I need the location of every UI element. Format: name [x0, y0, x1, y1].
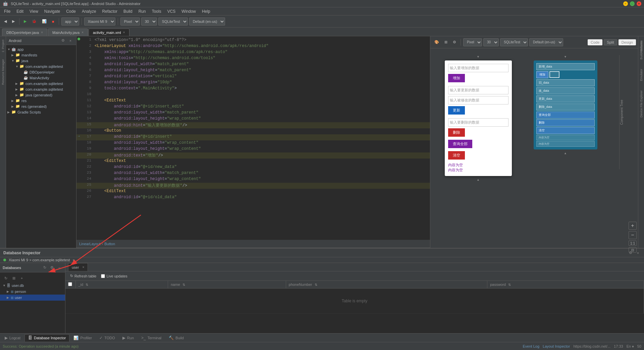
- menu-item-edit[interactable]: Edit: [14, 8, 26, 14]
- tab-database-inspector[interactable]: 🗄 Database Inspector: [24, 334, 69, 342]
- tab-todo[interactable]: ✓ TODO: [96, 334, 118, 342]
- pixel-dropdown[interactable]: Pixel: [120, 17, 140, 26]
- locale-preview-dropdown[interactable]: Default (en-us): [529, 38, 563, 46]
- db-refresh-btn[interactable]: ↻: [42, 265, 48, 271]
- breadcrumb-button[interactable]: Button: [104, 242, 115, 246]
- tree-item-pkg2[interactable]: ▶ 📁 com.example.sqlitetest: [6, 81, 76, 86]
- project-close-btn[interactable]: ×: [67, 38, 73, 44]
- view-options-btn[interactable]: ⚙: [451, 38, 458, 46]
- project-settings-btn[interactable]: ⚙: [60, 38, 66, 44]
- live-updates-checkbox[interactable]: [101, 274, 105, 278]
- menu-item-vcs[interactable]: VCS: [165, 8, 178, 14]
- tree-item-pkg1[interactable]: ▼ 📁 com.example.sqlitetest: [6, 63, 76, 69]
- tab-terminal[interactable]: >_ Terminal: [138, 334, 165, 342]
- db-tree-item-user[interactable]: ▶ ⊞ user: [0, 295, 65, 301]
- toolbar-forward-btn[interactable]: ▶: [10, 17, 17, 26]
- toolbar-debug-btn[interactable]: 🐞: [30, 17, 39, 26]
- tree-item-manifests[interactable]: ▶ 📁 manifests: [6, 52, 76, 58]
- sort-phone-icon[interactable]: ⇅: [315, 283, 317, 287]
- menu-item-run[interactable]: Run: [136, 8, 149, 14]
- zoom-reset-btn[interactable]: 1:1: [629, 240, 637, 246]
- event-log-link[interactable]: Event Log: [523, 344, 540, 348]
- build-variants-label[interactable]: Build Variants: [640, 41, 643, 59]
- col-header-password[interactable]: password ⇅: [487, 281, 644, 289]
- refresh-table-btn[interactable]: ↻ Refresh table: [68, 273, 98, 279]
- device-dropdown[interactable]: Xiaomi MI 9: [84, 17, 115, 26]
- db-tab-close[interactable]: ×: [82, 265, 84, 269]
- device-preview-dropdown[interactable]: Pixel: [463, 38, 482, 46]
- code-view-btn[interactable]: Code: [588, 39, 602, 45]
- sidebar-item-resource-manager[interactable]: Resource Manager: [1, 59, 5, 85]
- breadcrumb-linearlayout[interactable]: LinearLayout: [79, 242, 101, 246]
- menu-item-file[interactable]: File: [1, 8, 13, 14]
- col-header-id[interactable]: _id ⇅: [75, 281, 168, 289]
- maximize-button[interactable]: □: [630, 1, 635, 6]
- design-view-btn[interactable]: Design: [619, 39, 636, 45]
- tab-logcat[interactable]: ▶ Logcat: [1, 334, 24, 342]
- sort-id-icon[interactable]: ⇅: [86, 283, 88, 287]
- tab-dbopenhelper[interactable]: DBOpenHelper.java ×: [2, 29, 47, 36]
- tree-item-app[interactable]: ▼ 🤖 app: [6, 46, 76, 52]
- db-tree-item-person[interactable]: ▶ ⊞ person: [0, 289, 65, 295]
- sidebar-item-project[interactable]: 1: Project: [1, 40, 5, 52]
- db-tree-item-userdb[interactable]: ▼ 🗄 user.db: [0, 282, 65, 289]
- sort-name-icon[interactable]: ⇅: [182, 283, 185, 287]
- tree-item-res[interactable]: ▶ 📁 res: [6, 98, 76, 103]
- tab-activity-main-xml[interactable]: activity_main.xml ×: [89, 29, 129, 36]
- tree-item-java-gen[interactable]: ▶ 📁 java (generated): [6, 92, 76, 98]
- connection-dropdown-arrow[interactable]: ▾: [73, 258, 74, 262]
- sqlite-dropdown[interactable]: SQLiteTest: [158, 17, 188, 26]
- zoom-out-btn[interactable]: −: [629, 231, 637, 239]
- toolbar-back-btn[interactable]: ◀: [2, 17, 9, 26]
- col-header-phone[interactable]: phoneNumber ⇅: [286, 281, 487, 289]
- menu-item-view[interactable]: View: [27, 8, 41, 14]
- col-header-name[interactable]: name ⇅: [168, 281, 286, 289]
- menu-item-help[interactable]: Help: [199, 8, 213, 14]
- tree-item-gradle[interactable]: ▶ 📁 Gradle Scripts: [6, 109, 76, 115]
- component-tree-btn[interactable]: ⊞: [442, 38, 449, 46]
- toolbar-profile-btn[interactable]: 📊: [40, 17, 49, 26]
- tree-item-pkg3[interactable]: ▶ 📁 com.example.sqlitetest: [6, 86, 76, 92]
- tab-mainactivity[interactable]: MainActivity.java ×: [48, 29, 88, 36]
- tree-item-mainactivity[interactable]: ☕ MainActivity: [6, 75, 76, 81]
- tab-build[interactable]: 🔨 Build: [165, 334, 187, 342]
- layout-inspector-link[interactable]: Layout Inspector: [543, 344, 570, 348]
- toolbar-run-btn[interactable]: ▶: [22, 17, 29, 26]
- menu-item-refactor[interactable]: Refactor: [100, 8, 120, 14]
- close-button[interactable]: ×: [637, 1, 641, 6]
- db-tab-user[interactable]: user ×: [68, 263, 88, 271]
- db-action-table[interactable]: ⊞: [11, 275, 17, 281]
- tree-item-java[interactable]: ▼ 📁 java: [6, 58, 76, 63]
- tree-item-res-gen[interactable]: ▶ 📁 res (generated): [6, 103, 76, 109]
- api-dropdown[interactable]: 30: [141, 17, 157, 26]
- code-editor[interactable]: 1 <?xml version="1.0" encoding="utf-8"?>…: [76, 36, 430, 240]
- tab-profiler[interactable]: 📊 Profiler: [70, 334, 95, 342]
- minimize-button[interactable]: −: [623, 1, 628, 6]
- menu-item-window[interactable]: Window: [179, 8, 199, 14]
- db-action-refresh[interactable]: ↻: [3, 275, 9, 281]
- db-action-add[interactable]: +: [19, 275, 25, 281]
- menu-item-code[interactable]: Code: [63, 8, 78, 14]
- fit-screen-btn[interactable]: ⊡: [629, 247, 637, 248]
- api-preview-dropdown[interactable]: 30: [483, 38, 499, 46]
- app-module-dropdown[interactable]: app: [61, 17, 79, 26]
- zoom-in-btn[interactable]: +: [629, 222, 637, 230]
- db-minimize-btn[interactable]: −: [56, 265, 62, 271]
- tab-close-activity-xml[interactable]: ×: [123, 31, 125, 34]
- palette-btn[interactable]: 🎨: [432, 38, 441, 46]
- sqlitetest-preview-dropdown[interactable]: SQLiteTest: [500, 38, 528, 46]
- db-settings-btn[interactable]: ⚙: [49, 265, 55, 271]
- split-view-btn[interactable]: Split: [604, 39, 617, 45]
- select-all-checkbox[interactable]: [68, 282, 72, 286]
- tree-item-dbopenhelper[interactable]: ☕ DBOpenHelper: [6, 69, 76, 75]
- tab-run[interactable]: ▶ Run: [119, 334, 137, 342]
- menu-item-navigate[interactable]: Navigate: [42, 8, 63, 14]
- menu-item-build[interactable]: Build: [121, 8, 135, 14]
- locale-dropdown[interactable]: Default (en-us): [189, 17, 225, 26]
- emulator-label[interactable]: Emulator: [640, 69, 643, 81]
- device-file-explorer-label[interactable]: Device File Explorer: [640, 90, 643, 118]
- sort-password-icon[interactable]: ⇅: [508, 283, 511, 287]
- tab-close-mainactivity[interactable]: ×: [82, 31, 84, 34]
- menu-item-analyze[interactable]: Analyze: [79, 8, 99, 14]
- toolbar-stop-btn[interactable]: ■: [50, 17, 56, 26]
